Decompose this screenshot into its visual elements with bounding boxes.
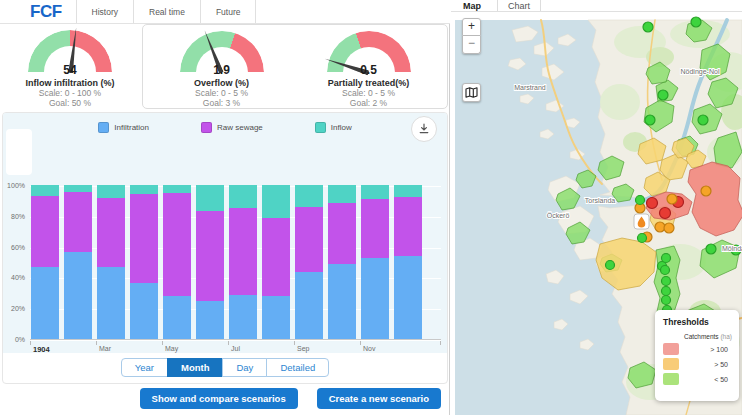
bar-apr[interactable] xyxy=(130,185,158,339)
gauge-value: 54 xyxy=(28,63,112,77)
legend-item-infiltration[interactable]: Infiltration xyxy=(98,122,149,133)
green-catchment-marker[interactable] xyxy=(662,287,671,296)
orange-catchment-marker[interactable] xyxy=(667,194,677,204)
place-label-öckerö: Öckerö xyxy=(547,212,570,219)
bar-sep[interactable] xyxy=(295,185,323,339)
nav-tab-future[interactable]: Future xyxy=(200,0,257,23)
gauge-arc: 0.5 xyxy=(327,31,411,72)
download-chart-button[interactable] xyxy=(411,116,437,142)
green-catchment-marker[interactable] xyxy=(662,296,671,305)
download-icon xyxy=(418,123,430,135)
threshold-label: > 50 xyxy=(714,361,732,368)
bar-jul[interactable] xyxy=(229,185,257,339)
y-tick-label: 20% xyxy=(11,305,25,312)
x-tick-label: 1904 xyxy=(33,345,50,354)
threshold-row: < 50 xyxy=(663,373,732,385)
legend-item-raw-sewage[interactable]: Raw sewage xyxy=(201,122,263,133)
bar-jun[interactable] xyxy=(196,185,224,339)
map-zoom-control: + − xyxy=(462,18,481,54)
threshold-swatch xyxy=(663,343,679,355)
gauge-inflow-infiltration: 54 Inflow infiltration (%) Scale: 0 - 10… xyxy=(0,24,140,108)
green-catchment-marker[interactable] xyxy=(658,90,668,100)
nav-tabs: HistoryReal timeFuture xyxy=(76,0,257,23)
orange-catchment-marker[interactable] xyxy=(664,223,674,233)
red-catchment-marker[interactable] xyxy=(660,208,671,219)
zoom-in-button[interactable]: + xyxy=(462,18,481,36)
gauges-card: 1.9 Overflow (%) Scale: 0 - 5 % Goal: 3 … xyxy=(142,24,448,109)
fcf-logo: FCF xyxy=(0,0,76,23)
green-catchment-marker[interactable] xyxy=(636,196,645,205)
gauge-label: Inflow infiltration (%) xyxy=(26,78,115,88)
blank-panel xyxy=(6,129,32,175)
folded-map-icon xyxy=(465,87,478,98)
map-tab-map[interactable]: Map xyxy=(453,0,491,12)
threshold-swatch xyxy=(663,373,679,385)
legend-label: Infiltration xyxy=(114,123,149,132)
legend-swatch xyxy=(98,122,109,133)
bar-aug[interactable] xyxy=(262,185,290,339)
gauge-goal: Goal: 50 % xyxy=(49,98,91,108)
zoom-out-button[interactable]: − xyxy=(462,36,481,54)
threshold-label: > 100 xyxy=(710,346,732,353)
thresholds-title: Thresholds xyxy=(663,317,732,327)
place-label-nödinge-nol: Nödinge-Nol xyxy=(681,68,720,76)
gauge-scale: Scale: 0 - 100 % xyxy=(39,88,101,98)
gauge-arc: 1.9 xyxy=(180,31,264,72)
show-compare-scenarios-button[interactable]: Show and compare scenarios xyxy=(140,388,298,409)
x-axis-labels: 1904MarMayJulSepNov xyxy=(30,341,441,355)
plot-area xyxy=(30,186,441,340)
threshold-label: < 50 xyxy=(714,376,732,383)
y-tick-label: 0% xyxy=(15,336,25,343)
gauge-goal: Goal: 3 % xyxy=(203,98,240,108)
range-selector: YearMonthDayDetailed xyxy=(3,358,447,377)
range-button-month[interactable]: Month xyxy=(167,358,224,377)
green-catchment-marker[interactable] xyxy=(662,277,671,286)
green-catchment-marker[interactable] xyxy=(661,266,670,275)
thresholds-subtitle: Catchments (ha) xyxy=(663,333,732,340)
bar-dec[interactable] xyxy=(394,185,422,339)
green-catchment-marker[interactable] xyxy=(643,22,653,32)
basemap-toggle-button[interactable] xyxy=(462,83,481,102)
range-button-detailed[interactable]: Detailed xyxy=(266,358,329,377)
x-tick-label: Nov xyxy=(363,345,375,352)
place-label-mölndal: Mölndal xyxy=(722,245,742,252)
station-marker[interactable] xyxy=(634,214,649,229)
top-nav-bar: FCF HistoryReal timeFuture xyxy=(0,0,450,24)
scenario-actions: Show and compare scenarios Create a new … xyxy=(140,388,441,409)
green-catchment-marker[interactable] xyxy=(662,254,671,263)
map-tab-chart[interactable]: Chart xyxy=(497,0,541,12)
thresholds-legend: Thresholds Catchments (ha) > 100> 50< 50 xyxy=(655,310,739,401)
green-catchment-marker[interactable] xyxy=(645,115,655,125)
bar-oct[interactable] xyxy=(328,185,356,339)
green-catchment-marker[interactable] xyxy=(698,115,708,125)
gauge-goal: Goal: 2 % xyxy=(350,98,387,108)
create-scenario-button[interactable]: Create a new scenario xyxy=(317,388,441,409)
y-tick-label: 40% xyxy=(11,274,25,281)
gauge-value: 0.5 xyxy=(327,63,411,77)
nav-tab-history[interactable]: History xyxy=(76,0,133,23)
bar-nov[interactable] xyxy=(361,185,389,339)
x-tick-label: Jul xyxy=(231,345,240,352)
bar-may[interactable] xyxy=(163,185,191,339)
green-catchment-marker[interactable] xyxy=(706,244,716,254)
y-tick-label: 100% xyxy=(7,182,25,189)
range-button-day[interactable]: Day xyxy=(222,358,267,377)
green-catchment-marker[interactable] xyxy=(606,261,615,270)
y-tick-label: 80% xyxy=(11,213,25,220)
green-catchment-marker[interactable] xyxy=(638,234,647,243)
legend-item-inflow[interactable]: Inflow xyxy=(315,122,352,133)
y-axis-labels: 100%80%60%40%20%0% xyxy=(3,186,27,340)
range-button-year[interactable]: Year xyxy=(121,358,168,377)
bar-feb[interactable] xyxy=(64,185,92,339)
map-tabbar: MapChart xyxy=(451,0,742,12)
green-catchment-marker[interactable] xyxy=(691,17,701,27)
legend-label: Inflow xyxy=(331,123,352,132)
bar-jan[interactable] xyxy=(31,185,59,339)
nav-tab-real-time[interactable]: Real time xyxy=(133,0,200,23)
orange-catchment-marker[interactable] xyxy=(701,186,711,196)
threshold-row: > 50 xyxy=(663,358,732,370)
map-panel: MapChart xyxy=(451,0,742,415)
red-catchment-marker[interactable] xyxy=(647,198,658,209)
x-tick-label: May xyxy=(165,345,178,352)
bar-mar[interactable] xyxy=(97,185,125,339)
